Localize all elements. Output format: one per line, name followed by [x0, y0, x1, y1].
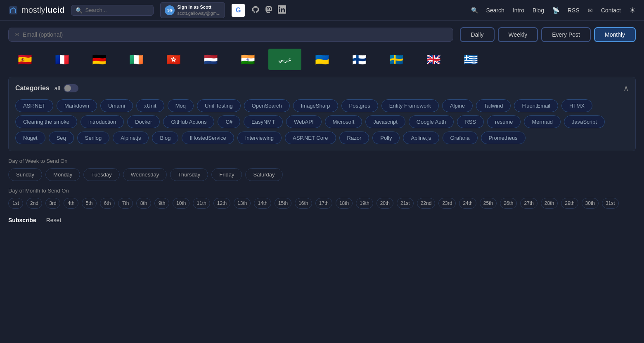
day-of-month-btn[interactable]: 20th [376, 198, 393, 209]
tag-btn[interactable]: EasyNMT [244, 115, 283, 128]
reset-button[interactable]: Reset [46, 215, 62, 225]
tag-btn[interactable]: introduction [80, 115, 124, 128]
day-of-month-btn[interactable]: 28th [541, 198, 558, 209]
flag-hongkong[interactable]: 🇭🇰 [157, 49, 190, 70]
nav-intro[interactable]: Intro [513, 7, 524, 14]
day-of-month-btn[interactable]: 29th [561, 198, 578, 209]
flag-netherlands[interactable]: 🇳🇱 [194, 49, 227, 70]
freq-weekly[interactable]: Weekly [498, 27, 538, 42]
day-of-month-btn[interactable]: 1st [8, 198, 23, 209]
freq-daily[interactable]: Daily [460, 27, 494, 42]
day-of-week-btn[interactable]: Monday [45, 168, 80, 181]
flag-greece[interactable]: 🇬🇷 [454, 49, 487, 70]
day-of-month-btn[interactable]: 15th [275, 198, 291, 209]
categories-toggle[interactable] [64, 84, 78, 92]
day-of-month-btn[interactable]: 12th [213, 198, 230, 209]
day-of-month-btn[interactable]: 4th [64, 198, 78, 209]
search-input[interactable] [85, 7, 149, 13]
day-of-month-btn[interactable]: 16th [295, 198, 312, 209]
flag-france[interactable]: 🇫🇷 [45, 49, 78, 70]
flag-germany[interactable]: 🇩🇪 [83, 49, 116, 70]
day-of-month-btn[interactable]: 25th [480, 198, 497, 209]
flag-finland[interactable]: 🇫🇮 [343, 49, 376, 70]
search-bar[interactable]: 🔍 [71, 5, 154, 16]
linkedin-icon[interactable] [278, 5, 286, 15]
flag-spain[interactable]: 🇪🇸 [8, 49, 41, 70]
collapse-button[interactable]: ∧ [623, 84, 629, 93]
day-of-month-btn[interactable]: 11th [193, 198, 210, 209]
day-of-month-btn[interactable]: 8th [136, 198, 151, 209]
day-of-month-btn[interactable]: 22nd [417, 198, 436, 209]
tag-btn[interactable]: Moq [168, 99, 194, 112]
email-input[interactable] [23, 31, 447, 38]
tag-btn[interactable]: HTMX [561, 99, 592, 112]
day-of-month-btn[interactable]: 17th [315, 198, 332, 209]
tag-btn[interactable]: GitHub Actions [163, 115, 214, 128]
tag-btn[interactable]: RSS [457, 115, 484, 128]
day-of-month-btn[interactable]: 10th [173, 198, 189, 209]
tag-btn[interactable]: Serilog [77, 132, 109, 144]
logo[interactable]: mostlylucid [8, 5, 64, 15]
day-of-month-btn[interactable]: 7th [118, 198, 133, 209]
flag-india[interactable]: 🇮🇳 [231, 49, 264, 70]
tag-btn[interactable]: FluentEmail [514, 99, 558, 112]
tag-btn[interactable]: Javascript [365, 115, 405, 128]
tag-btn[interactable]: Google Auth [409, 115, 454, 128]
tag-btn[interactable]: xUnit [136, 99, 164, 112]
nav-contact[interactable]: Contact [601, 7, 621, 14]
tag-btn[interactable]: IHostedService [182, 132, 234, 144]
freq-every-post[interactable]: Every Post [541, 27, 591, 42]
day-of-month-btn[interactable]: 3rd [45, 198, 60, 209]
day-of-month-btn[interactable]: 24th [459, 198, 476, 209]
day-of-month-btn[interactable]: 23rd [438, 198, 456, 209]
tag-btn[interactable]: ImageSharp [293, 99, 338, 112]
tag-btn[interactable]: C# [218, 115, 240, 128]
day-of-month-btn[interactable]: 6th [100, 198, 115, 209]
tag-btn[interactable]: Markdown [57, 99, 97, 112]
day-of-month-btn[interactable]: 18th [336, 198, 353, 209]
tag-btn[interactable]: Grafana [443, 132, 478, 144]
tag-btn[interactable]: Clearing the smoke [15, 115, 77, 128]
tag-btn[interactable]: Prometheus [481, 132, 526, 144]
tag-btn[interactable]: Tailwind [476, 99, 511, 112]
flag-sweden[interactable]: 🇸🇪 [380, 49, 413, 70]
tag-btn[interactable]: Alpine.js [113, 132, 149, 144]
nav-rss[interactable]: RSS [568, 7, 580, 14]
tag-btn[interactable]: Unit Testing [197, 99, 241, 112]
tag-btn[interactable]: Docker [127, 115, 160, 128]
tag-btn[interactable]: Umami [100, 99, 133, 112]
flag-arabic[interactable]: عربي [268, 49, 301, 70]
day-of-month-btn[interactable]: 19th [356, 198, 373, 209]
flag-ireland[interactable]: 🇮🇪 [120, 49, 153, 70]
github-icon[interactable] [251, 5, 260, 15]
day-of-month-btn[interactable]: 27th [520, 198, 537, 209]
tag-btn[interactable]: Blog [152, 132, 178, 144]
tag-btn[interactable]: resume [487, 115, 521, 128]
tag-btn[interactable]: ASP.NET Core [285, 132, 336, 144]
theme-toggle[interactable]: ☀ [629, 6, 636, 15]
day-of-month-btn[interactable]: 26th [500, 198, 517, 209]
day-of-week-btn[interactable]: Thursday [170, 168, 208, 181]
flag-ukraine[interactable]: 🇺🇦 [305, 49, 339, 70]
day-of-week-btn[interactable]: Friday [211, 168, 242, 181]
day-of-week-btn[interactable]: Saturday [245, 168, 282, 181]
subscribe-button[interactable]: Subscribe [8, 215, 36, 225]
mastodon-icon[interactable] [265, 5, 273, 15]
tag-btn[interactable]: Apline.js [403, 132, 439, 144]
tag-btn[interactable]: Seq [49, 132, 74, 144]
tag-btn[interactable]: Postgres [341, 99, 378, 112]
user-signin[interactable]: SG Sign in as Scott scott.galloway@gm... [160, 2, 225, 18]
tag-btn[interactable]: Entity Framework [381, 99, 439, 112]
day-of-month-btn[interactable]: 9th [154, 198, 169, 209]
tag-btn[interactable]: Interviewing [237, 132, 282, 144]
tag-btn[interactable]: WebAPI [286, 115, 321, 128]
email-input-wrap[interactable]: ✉ [8, 28, 453, 42]
tag-btn[interactable]: Microsoft [325, 115, 362, 128]
day-of-month-btn[interactable]: 30th [582, 198, 599, 209]
day-of-week-btn[interactable]: Tuesday [83, 168, 119, 181]
day-of-month-btn[interactable]: 14th [254, 198, 271, 209]
day-of-week-btn[interactable]: Sunday [8, 168, 42, 181]
day-of-month-btn[interactable]: 2nd [26, 198, 42, 209]
nav-search[interactable]: Search [486, 7, 504, 14]
tag-btn[interactable]: Nuget [15, 132, 45, 144]
